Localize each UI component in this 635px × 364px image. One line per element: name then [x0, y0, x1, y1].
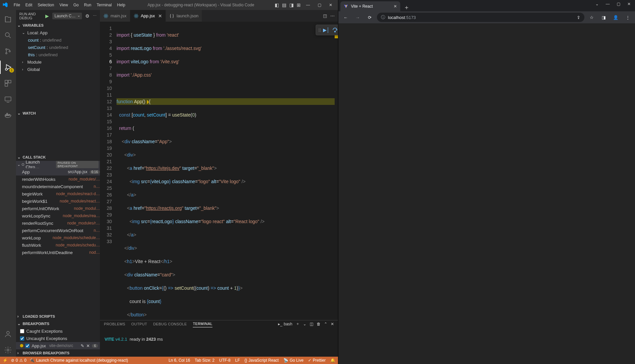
- prettier[interactable]: ✓ Prettier: [308, 358, 326, 363]
- edit-icon[interactable]: ✎: [81, 343, 84, 348]
- remote-indicator[interactable]: ⚡: [3, 358, 8, 363]
- terminal-shell-name[interactable]: ▸_bash: [278, 322, 292, 326]
- panel-tab-terminal[interactable]: TERMINAL: [193, 320, 212, 327]
- debug-session-name[interactable]: 🔌 Launch Chrome against localhost (debug…: [30, 358, 128, 363]
- account-icon[interactable]: [0, 327, 16, 341]
- tab-launch-json[interactable]: launch.json: [166, 10, 202, 22]
- maximize-panel-icon[interactable]: ⌃: [324, 322, 327, 326]
- close-tab-icon[interactable]: ✕: [158, 13, 162, 19]
- reload-button[interactable]: ⟳: [365, 13, 374, 22]
- panel-tab-output[interactable]: OUTPUT: [131, 321, 147, 327]
- browser-viewport[interactable]: [338, 23, 635, 364]
- terminal-output[interactable]: VITE v4.2.1 ready in 2423 ms ➜ Local: ht…: [100, 327, 338, 357]
- stack-frame[interactable]: workLoopSyncnode_modules/rea…: [16, 212, 100, 219]
- split-terminal-icon[interactable]: ◫: [310, 322, 313, 326]
- line-gutter[interactable]: 12345 ◗6 7891011121314151617181920212223…: [100, 22, 117, 320]
- search-icon[interactable]: [0, 29, 16, 42]
- layout-panel-right-icon[interactable]: ◨: [289, 2, 294, 8]
- panel-tab-debug-console[interactable]: DEBUG CONSOLE: [153, 321, 187, 327]
- callstack-thread[interactable]: ⌄ Launch Chro… PAUSED ON BREAKPOINT: [16, 161, 100, 168]
- new-terminal-icon[interactable]: ＋: [296, 321, 300, 327]
- forward-button[interactable]: →: [353, 13, 362, 22]
- continue-icon[interactable]: ▶│: [323, 26, 330, 34]
- stack-frame[interactable]: mountIndeterminateComponentn…: [16, 183, 100, 190]
- notifications-icon[interactable]: 🔔: [330, 358, 335, 363]
- layout-panel-bottom-icon[interactable]: ▤: [281, 2, 287, 8]
- cursor-position[interactable]: Ln 6, Col 16: [168, 358, 190, 363]
- kill-terminal-icon[interactable]: 🗑: [317, 322, 321, 326]
- stack-frame[interactable]: performWorkUntilDeadlinenod…: [16, 249, 100, 256]
- minimize-button[interactable]: —: [303, 1, 313, 9]
- site-info-icon[interactable]: ⓘ: [381, 14, 385, 20]
- stack-frame[interactable]: renderWithHooksnode_modules/…: [16, 176, 100, 183]
- caught-exceptions-toggle[interactable]: Caught Exceptions: [16, 327, 100, 335]
- tab-size[interactable]: Tab Size: 2: [195, 358, 214, 363]
- go-live[interactable]: 📡 Go Live: [283, 358, 303, 363]
- config-gear-icon[interactable]: ⚙: [85, 13, 90, 19]
- menu-view[interactable]: View: [57, 1, 70, 9]
- menu-help[interactable]: Help: [115, 1, 128, 9]
- browser-dropdown-icon[interactable]: ⌄: [592, 1, 602, 7]
- var-this[interactable]: this: undefined: [20, 51, 100, 58]
- side-panel-icon[interactable]: ◨: [599, 13, 608, 22]
- tab-main-jsx[interactable]: main.jsx: [100, 10, 130, 22]
- launch-config-select[interactable]: Launch C…: [52, 13, 82, 19]
- minimap[interactable]: [335, 22, 338, 320]
- browser-breakpoints-header[interactable]: ›BROWSER BREAKPOINTS: [16, 349, 100, 357]
- settings-gear-icon[interactable]: [0, 343, 16, 357]
- code-editor[interactable]: import { useState } from 'react' import …: [117, 22, 335, 320]
- explorer-icon[interactable]: [0, 13, 16, 26]
- breakpoint-item[interactable]: App.jsx vite-demo\src ✎✕6: [16, 342, 100, 349]
- split-editor-icon[interactable]: ◫: [323, 13, 327, 18]
- docker-icon[interactable]: [0, 109, 16, 122]
- panel-tab-problems[interactable]: PROBLEMS: [104, 321, 125, 327]
- language-mode[interactable]: {} JavaScript React: [244, 358, 279, 363]
- stack-frame[interactable]: renderRootSyncnode_modules/r…: [16, 219, 100, 227]
- terminal-dropdown-icon[interactable]: ⌄: [303, 322, 306, 326]
- more-icon[interactable]: ⋯: [93, 14, 97, 18]
- layout-panel-left-icon[interactable]: ◧: [274, 2, 279, 8]
- run-debug-icon[interactable]: 1: [0, 61, 16, 74]
- remove-icon[interactable]: ✕: [86, 343, 90, 348]
- watch-header[interactable]: ⌄WATCH: [16, 110, 100, 117]
- breakpoints-header[interactable]: ⌄BREAKPOINTS: [16, 320, 100, 327]
- menu-edit[interactable]: Edit: [23, 1, 35, 9]
- menu-go[interactable]: Go: [71, 1, 81, 9]
- stack-frame[interactable]: Appsrc/App.jsx6:16: [16, 168, 100, 176]
- stack-frame[interactable]: workLoopnode_modules/schedule…: [16, 234, 100, 241]
- browser-minimize-button[interactable]: —: [603, 1, 612, 7]
- drag-handle-icon[interactable]: ┆┆: [318, 28, 321, 32]
- extensions-icon[interactable]: [0, 77, 16, 90]
- browser-menu-icon[interactable]: ⋮: [623, 13, 632, 22]
- back-button[interactable]: ←: [341, 13, 350, 22]
- debug-toolbar[interactable]: ┆┆ ▶│: [316, 25, 338, 35]
- menu-selection[interactable]: Selection: [35, 1, 56, 9]
- layout-customize-icon[interactable]: ⊞: [296, 2, 301, 8]
- close-tab-icon[interactable]: ✕: [394, 4, 397, 9]
- maximize-button[interactable]: ▢: [315, 1, 324, 9]
- source-control-icon[interactable]: [0, 45, 16, 58]
- bookmark-icon[interactable]: ☆: [587, 13, 596, 22]
- scope-global[interactable]: ›Global: [20, 66, 100, 73]
- uncaught-exceptions-toggle[interactable]: Uncaught Exceptions: [16, 335, 100, 342]
- encoding[interactable]: UTF-8: [219, 358, 230, 363]
- loaded-scripts-header[interactable]: ›LOADED SCRIPTS: [16, 313, 100, 320]
- menu-run[interactable]: Run: [82, 1, 94, 9]
- browser-maximize-button[interactable]: ▢: [614, 1, 623, 7]
- more-actions-icon[interactable]: ⋯: [330, 13, 335, 18]
- variables-header[interactable]: ⌄VARIABLES: [16, 22, 100, 29]
- var-setcount[interactable]: setCount: undefined: [20, 44, 100, 51]
- stack-frame[interactable]: beginWork$1node_modules/react…: [16, 197, 100, 205]
- eol[interactable]: LF: [235, 358, 240, 363]
- share-icon[interactable]: ⇪: [577, 15, 580, 20]
- var-count[interactable]: count: undefined: [20, 36, 100, 44]
- browser-close-button[interactable]: ✕: [624, 1, 634, 7]
- stack-frame[interactable]: performUnitOfWorknode_modul…: [16, 205, 100, 212]
- remote-explorer-icon[interactable]: [0, 93, 16, 106]
- close-window-button[interactable]: ✕: [326, 1, 335, 9]
- start-debug-icon[interactable]: ▶: [45, 13, 49, 19]
- menu-file[interactable]: File: [11, 1, 22, 9]
- browser-tab[interactable]: Vite + React ✕: [340, 1, 400, 11]
- close-panel-icon[interactable]: ✕: [331, 322, 334, 326]
- stack-frame[interactable]: flushWorknode_modules/schedu…: [16, 241, 100, 249]
